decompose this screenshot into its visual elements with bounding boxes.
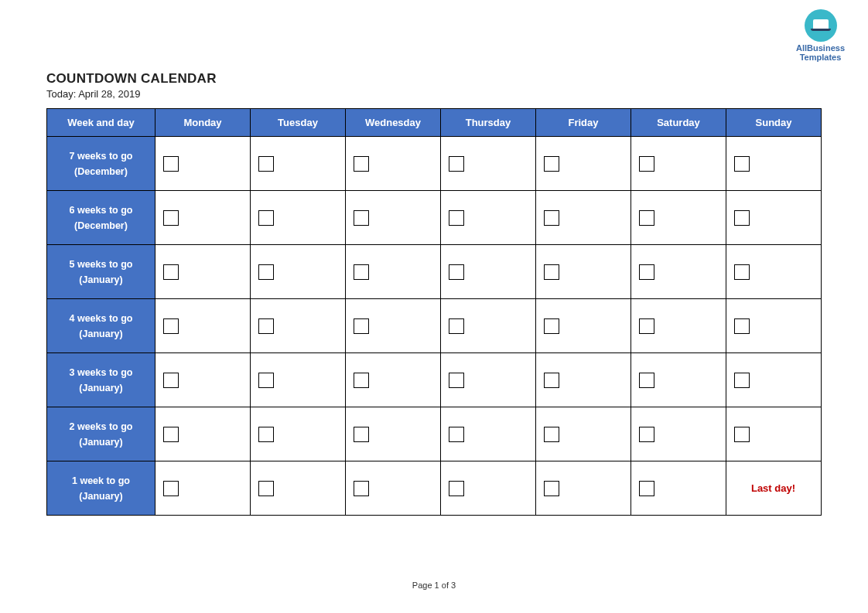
day-cell [726, 353, 822, 407]
day-cell [441, 191, 536, 245]
day-cell [155, 461, 251, 516]
last-day-label: Last day! [726, 482, 820, 494]
day-cell [726, 137, 822, 191]
day-cell [155, 353, 251, 407]
table-row: 4 weeks to go(January) [47, 299, 822, 353]
checkbox-icon[interactable] [163, 427, 179, 442]
checkbox-icon[interactable] [354, 427, 369, 442]
checkbox-icon[interactable] [163, 373, 179, 388]
today-date: Today: April 28, 2019 [46, 88, 217, 100]
checkbox-icon[interactable] [354, 373, 369, 388]
day-cell [536, 461, 631, 516]
row-label: 3 weeks to go(January) [47, 353, 155, 407]
checkbox-icon[interactable] [354, 264, 369, 280]
checkbox-icon[interactable] [258, 156, 274, 172]
day-cell [631, 461, 726, 516]
checkbox-icon[interactable] [734, 156, 750, 172]
table-body: 7 weeks to go(December)6 weeks to go(Dec… [47, 137, 822, 516]
day-cell [155, 137, 251, 191]
checkbox-icon[interactable] [639, 373, 654, 388]
checkbox-icon[interactable] [163, 156, 179, 172]
day-cell [441, 461, 536, 516]
checkbox-icon[interactable] [639, 264, 654, 280]
checkbox-icon[interactable] [354, 481, 369, 496]
checkbox-icon[interactable] [258, 481, 274, 496]
day-cell [441, 245, 536, 299]
checkbox-icon[interactable] [258, 427, 274, 442]
checkbox-icon[interactable] [639, 481, 654, 496]
day-cell [251, 245, 346, 299]
day-cell [251, 137, 346, 191]
calendar-table: Week and dayMondayTuesdayWednesdayThursd… [46, 108, 822, 516]
checkbox-icon[interactable] [163, 318, 179, 334]
checkbox-icon[interactable] [258, 210, 274, 226]
checkbox-icon[interactable] [544, 318, 559, 334]
checkbox-icon[interactable] [449, 156, 464, 172]
page-header: COUNTDOWN CALENDAR Today: April 28, 2019 [46, 71, 217, 100]
day-cell [631, 191, 726, 245]
day-cell [536, 353, 631, 407]
checkbox-icon[interactable] [449, 210, 464, 226]
checkbox-icon[interactable] [734, 427, 750, 442]
checkbox-icon[interactable] [449, 427, 464, 442]
day-cell [536, 299, 631, 353]
day-cell [726, 299, 822, 353]
checkbox-icon[interactable] [639, 210, 654, 226]
checkbox-icon[interactable] [449, 373, 464, 388]
checkbox-icon[interactable] [544, 264, 559, 280]
checkbox-icon[interactable] [258, 318, 274, 334]
day-cell: Last day! [726, 461, 822, 516]
day-cell [536, 245, 631, 299]
checkbox-icon[interactable] [449, 264, 464, 280]
brand-line1: AllBusiness [796, 43, 845, 53]
day-cell [251, 407, 346, 461]
checkbox-icon[interactable] [544, 373, 559, 388]
checkbox-icon[interactable] [639, 427, 654, 442]
checkbox-icon[interactable] [449, 481, 464, 496]
day-cell [346, 407, 441, 461]
checkbox-icon[interactable] [354, 156, 369, 172]
table-row: 6 weeks to go(December) [47, 191, 822, 245]
day-cell [346, 461, 441, 516]
checkbox-icon[interactable] [354, 210, 369, 226]
checkbox-icon[interactable] [163, 210, 179, 226]
checkbox-icon[interactable] [734, 373, 750, 388]
checkbox-icon[interactable] [258, 264, 274, 280]
checkbox-icon[interactable] [449, 318, 464, 334]
checkbox-icon[interactable] [544, 156, 559, 172]
day-cell [441, 137, 536, 191]
day-cell [346, 245, 441, 299]
day-cell [346, 353, 441, 407]
day-cell [251, 461, 346, 516]
row-label: 5 weeks to go(January) [47, 245, 155, 299]
checkbox-icon[interactable] [163, 264, 179, 280]
checkbox-icon[interactable] [163, 481, 179, 496]
checkbox-icon[interactable] [544, 210, 559, 226]
calendar-table-wrap: Week and dayMondayTuesdayWednesdayThursd… [46, 108, 822, 516]
checkbox-icon[interactable] [734, 264, 750, 280]
page-title: COUNTDOWN CALENDAR [46, 71, 217, 87]
day-cell [441, 299, 536, 353]
row-label: 7 weeks to go(December) [47, 137, 155, 191]
table-row: 1 week to go(January)Last day! [47, 461, 822, 516]
page-indicator: Page 1 of 3 [0, 581, 868, 590]
day-cell [346, 137, 441, 191]
checkbox-icon[interactable] [258, 373, 274, 388]
checkbox-icon[interactable] [544, 427, 559, 442]
checkbox-icon[interactable] [544, 481, 559, 496]
checkbox-icon[interactable] [734, 210, 750, 226]
table-row: 3 weeks to go(January) [47, 353, 822, 407]
laptop-icon [805, 9, 837, 42]
table-row: 2 weeks to go(January) [47, 407, 822, 461]
day-cell [155, 299, 251, 353]
checkbox-icon[interactable] [639, 318, 654, 334]
day-cell [536, 137, 631, 191]
checkbox-icon[interactable] [639, 156, 654, 172]
day-cell [155, 245, 251, 299]
checkbox-icon[interactable] [734, 318, 750, 334]
col-sunday: Sunday [726, 109, 822, 137]
brand-logo: AllBusiness Templates [796, 9, 845, 62]
day-cell [631, 137, 726, 191]
checkbox-icon[interactable] [354, 318, 369, 334]
brand-line2: Templates [796, 53, 845, 62]
